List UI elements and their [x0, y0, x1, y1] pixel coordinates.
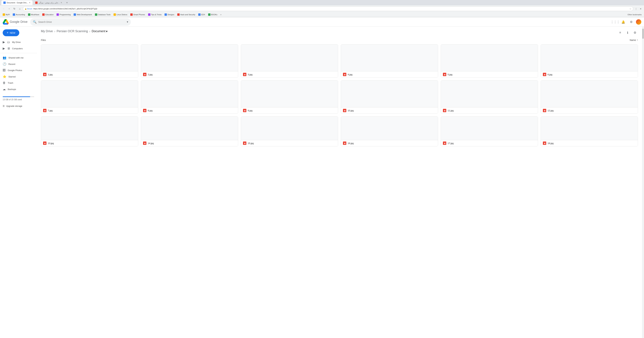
- address-bar[interactable]: 🔒 Secure https://drive.google.com/drive/…: [23, 6, 633, 11]
- bookmark-dbtools[interactable]: Database Tools: [94, 13, 112, 16]
- settings-button[interactable]: ⚙: [628, 18, 634, 25]
- bookmark-designs[interactable]: Designs: [163, 13, 176, 16]
- scrollbar-thumb[interactable]: [642, 29, 644, 39]
- file-info-8: ▣ 8.jpg: [141, 107, 238, 114]
- drive-body: + NEW ▶ 🗂 My Drive ▶ 🖥 Computers 👥 Share…: [0, 27, 644, 338]
- file-card-8[interactable]: ▣ 8.jpg: [141, 80, 238, 114]
- tab-close-persian[interactable]: ✕: [60, 2, 62, 4]
- sidebar-item-shared[interactable]: 👥 Shared with me: [0, 54, 34, 61]
- file-card-15[interactable]: ▣ 15.jpg: [241, 116, 338, 146]
- file-card-4[interactable]: ▣ 4.jpg: [341, 44, 438, 78]
- file-card-13[interactable]: ▣ 13.jpg: [41, 116, 138, 146]
- sidebar-item-google-photos[interactable]: 🖼 Google Photos: [0, 67, 34, 74]
- nav-extras: ⋮ ≡: [634, 7, 643, 11]
- nav-reload-button[interactable]: ↻: [12, 6, 17, 11]
- file-card-9[interactable]: ▣ 9.jpg: [241, 80, 338, 114]
- shared-icon: 👥: [3, 56, 6, 60]
- sort-label-text: Name: [630, 39, 636, 42]
- file-name-2: 2.jpg: [148, 73, 236, 76]
- file-card-7[interactable]: ▣ 7.jpg: [41, 80, 138, 114]
- nav-home-button[interactable]: ⌂: [18, 6, 22, 11]
- bookmark-star-icon[interactable]: ☆: [630, 8, 632, 10]
- sidebar-item-backups[interactable]: ☁ Backups: [0, 86, 34, 92]
- bookmark-icon-linux: [114, 14, 116, 16]
- drive-logo[interactable]: Google Drive: [3, 19, 28, 25]
- upgrade-storage-button[interactable]: ☰ Upgrade storage: [0, 104, 37, 109]
- apps-grid-button[interactable]: ⋮⋮⋮: [612, 18, 618, 25]
- file-name-16: 16.jpg: [348, 142, 436, 144]
- file-card-6[interactable]: ▣ 6.jpg: [541, 44, 638, 78]
- scrollbar-track[interactable]: [642, 27, 644, 338]
- list-view-button[interactable]: ≡: [617, 30, 623, 36]
- file-card-2[interactable]: ▣ 2.jpg: [141, 44, 238, 78]
- breadcrumb-my-drive[interactable]: My Drive: [41, 30, 53, 33]
- nav-forward-button[interactable]: →: [7, 6, 12, 11]
- bookmark-other[interactable]: Other bookmarks: [626, 13, 643, 16]
- drive-search-bar[interactable]: 🔍 ▾: [30, 18, 131, 26]
- breadcrumb-current[interactable]: Document ▾: [92, 30, 108, 33]
- bookmark-icon-musthave: [28, 14, 30, 16]
- settings-gear-button[interactable]: ⚙: [632, 30, 638, 36]
- file-card-10[interactable]: ▣ 10.jpg: [341, 80, 438, 114]
- sidebar-item-trash[interactable]: 🗑 Trash: [0, 80, 34, 86]
- sidebar-section-secondary: 👥 Shared with me 🕐 Recent 🖼 Google Photo…: [0, 53, 37, 92]
- file-card-1[interactable]: ▣ 1.jpg: [41, 44, 138, 78]
- sidebar-item-recent[interactable]: 🕐 Recent: [0, 61, 34, 67]
- bookmark-tips[interactable]: Tips & Tricks: [147, 13, 163, 16]
- sidebar-item-my-drive[interactable]: ▶ 🗂 My Drive: [0, 39, 34, 45]
- bookmark-label-education: Education: [45, 14, 54, 16]
- bookmark-hack[interactable]: Hack and Security: [176, 13, 196, 16]
- bookmark-accounting[interactable]: Accounting: [12, 13, 26, 16]
- notifications-button[interactable]: 🔔: [620, 18, 626, 25]
- file-card-18[interactable]: ▣ 18.jpg: [541, 116, 638, 146]
- file-thumbnail-18: [541, 116, 638, 140]
- file-card-12[interactable]: ▣ 12.jpg: [541, 80, 638, 114]
- sort-control[interactable]: Name ↑: [630, 38, 638, 42]
- bookmark-webdev[interactable]: Web Development: [72, 13, 93, 16]
- tab-google-drive[interactable]: Document - Google Driv... ✕: [1, 0, 32, 5]
- file-info-13: ▣ 13.jpg: [41, 140, 138, 146]
- menu-button[interactable]: ≡: [639, 7, 643, 11]
- search-dropdown-icon[interactable]: ▾: [127, 20, 128, 24]
- file-type-icon-5: ▣: [443, 73, 446, 76]
- breadcrumb-persian-ocr[interactable]: Persian OCR Scanning: [57, 30, 88, 33]
- new-button[interactable]: + NEW: [3, 29, 19, 36]
- bookmark-edx[interactable]: EDX: [197, 13, 206, 16]
- bookmark-label-mypi: MyPi: [6, 14, 10, 16]
- file-card-11[interactable]: ▣ 11.jpg: [441, 80, 538, 114]
- nav-back-button[interactable]: ←: [1, 6, 6, 11]
- bookmark-mypi[interactable]: MyPi: [1, 13, 11, 16]
- file-info-10: ▣ 10.jpg: [341, 107, 438, 114]
- doc-content-17: [488, 118, 491, 139]
- search-input[interactable]: [38, 20, 125, 23]
- info-button[interactable]: ℹ: [624, 30, 630, 36]
- tab-persian[interactable]: جایی برای نوشتن - ویژگی... ✕: [33, 0, 64, 5]
- sidebar-item-computers[interactable]: ▶ 🖥 Computers: [0, 45, 34, 52]
- bookmark-more-arrow[interactable]: »: [219, 13, 223, 16]
- sidebar-item-starred[interactable]: ⭐ Starred: [0, 74, 34, 80]
- file-card-14[interactable]: ▣ 14.jpg: [141, 116, 238, 146]
- file-card-17[interactable]: ▣ 17.jpg: [441, 116, 538, 146]
- file-card-5[interactable]: ▣ 5.jpg: [441, 44, 538, 78]
- doc-content-16: [388, 118, 391, 139]
- doc-content-2: [188, 46, 191, 69]
- bookmark-education[interactable]: Education: [41, 13, 55, 16]
- file-info-3: ▣ 3.jpg: [241, 71, 338, 78]
- bookmark-programming[interactable]: Programming: [55, 13, 72, 16]
- bookmark-smartphones[interactable]: Smart Phones: [129, 13, 146, 16]
- bookmark-books[interactable]: BOOKs: [207, 13, 219, 16]
- computers-icon: 🖥: [7, 47, 10, 50]
- file-name-6: 6.jpg: [548, 73, 636, 76]
- extensions-button[interactable]: ⋮: [634, 7, 638, 11]
- bookmark-label-tips: Tips & Tricks: [151, 14, 162, 16]
- file-card-16[interactable]: ▣ 16.jpg: [341, 116, 438, 146]
- bookmark-musthave[interactable]: MustHave: [27, 13, 41, 16]
- bookmark-icon-education: [42, 14, 44, 16]
- breadcrumb-dropdown-icon: ▾: [106, 30, 108, 33]
- user-avatar[interactable]: [636, 19, 641, 25]
- tab-close-drive[interactable]: ✕: [29, 2, 30, 4]
- bookmark-linux[interactable]: Linux Distros: [112, 13, 129, 16]
- new-tab-button[interactable]: +: [65, 1, 69, 5]
- file-card-3[interactable]: ▣ 3.jpg: [241, 44, 338, 78]
- sidebar-label-trash: Trash: [8, 82, 13, 84]
